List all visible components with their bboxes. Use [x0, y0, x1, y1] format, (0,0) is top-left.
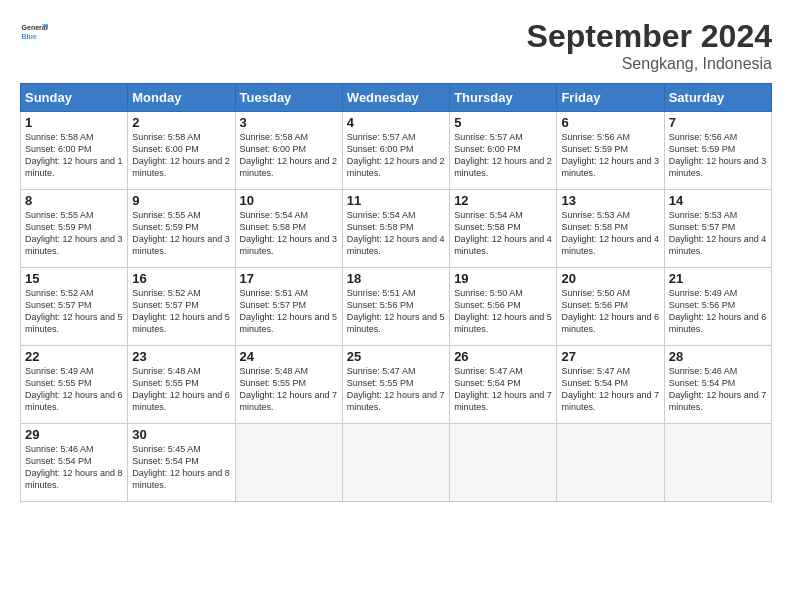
- day-number: 15: [25, 271, 123, 286]
- day-number: 6: [561, 115, 659, 130]
- day-number: 24: [240, 349, 338, 364]
- day-number: 29: [25, 427, 123, 442]
- day-number: 17: [240, 271, 338, 286]
- day-number: 5: [454, 115, 552, 130]
- day-info: Sunrise: 5:57 AMSunset: 6:00 PMDaylight:…: [347, 131, 445, 180]
- day-number: 20: [561, 271, 659, 286]
- svg-rect-0: [20, 18, 48, 46]
- calendar-cell: 28 Sunrise: 5:46 AMSunset: 5:54 PMDaylig…: [664, 346, 771, 424]
- calendar-table: Sunday Monday Tuesday Wednesday Thursday…: [20, 83, 772, 502]
- day-number: 11: [347, 193, 445, 208]
- title-block: September 2024 Sengkang, Indonesia: [527, 18, 772, 73]
- calendar-cell: 17 Sunrise: 5:51 AMSunset: 5:57 PMDaylig…: [235, 268, 342, 346]
- calendar-cell: 3 Sunrise: 5:58 AMSunset: 6:00 PMDayligh…: [235, 112, 342, 190]
- day-info: Sunrise: 5:52 AMSunset: 5:57 PMDaylight:…: [132, 287, 230, 336]
- day-number: 28: [669, 349, 767, 364]
- day-info: Sunrise: 5:46 AMSunset: 5:54 PMDaylight:…: [669, 365, 767, 414]
- logo-icon: General Blue: [20, 18, 48, 46]
- calendar-cell: 7 Sunrise: 5:56 AMSunset: 5:59 PMDayligh…: [664, 112, 771, 190]
- day-number: 8: [25, 193, 123, 208]
- calendar-cell: 22 Sunrise: 5:49 AMSunset: 5:55 PMDaylig…: [21, 346, 128, 424]
- day-info: Sunrise: 5:54 AMSunset: 5:58 PMDaylight:…: [347, 209, 445, 258]
- day-number: 9: [132, 193, 230, 208]
- calendar-cell: 9 Sunrise: 5:55 AMSunset: 5:59 PMDayligh…: [128, 190, 235, 268]
- day-number: 14: [669, 193, 767, 208]
- calendar-cell: [450, 424, 557, 502]
- day-number: 22: [25, 349, 123, 364]
- day-info: Sunrise: 5:56 AMSunset: 5:59 PMDaylight:…: [561, 131, 659, 180]
- day-number: 4: [347, 115, 445, 130]
- calendar-cell: 18 Sunrise: 5:51 AMSunset: 5:56 PMDaylig…: [342, 268, 449, 346]
- day-info: Sunrise: 5:58 AMSunset: 6:00 PMDaylight:…: [25, 131, 123, 180]
- calendar-cell: 30 Sunrise: 5:45 AMSunset: 5:54 PMDaylig…: [128, 424, 235, 502]
- day-info: Sunrise: 5:45 AMSunset: 5:54 PMDaylight:…: [132, 443, 230, 492]
- col-wednesday: Wednesday: [342, 84, 449, 112]
- calendar-cell: 14 Sunrise: 5:53 AMSunset: 5:57 PMDaylig…: [664, 190, 771, 268]
- day-info: Sunrise: 5:58 AMSunset: 6:00 PMDaylight:…: [132, 131, 230, 180]
- calendar-week-4: 22 Sunrise: 5:49 AMSunset: 5:55 PMDaylig…: [21, 346, 772, 424]
- day-info: Sunrise: 5:50 AMSunset: 5:56 PMDaylight:…: [561, 287, 659, 336]
- calendar-cell: 20 Sunrise: 5:50 AMSunset: 5:56 PMDaylig…: [557, 268, 664, 346]
- day-info: Sunrise: 5:48 AMSunset: 5:55 PMDaylight:…: [132, 365, 230, 414]
- calendar-cell: [557, 424, 664, 502]
- day-info: Sunrise: 5:49 AMSunset: 5:56 PMDaylight:…: [669, 287, 767, 336]
- day-number: 1: [25, 115, 123, 130]
- day-info: Sunrise: 5:53 AMSunset: 5:57 PMDaylight:…: [669, 209, 767, 258]
- page-container: General Blue September 2024 Sengkang, In…: [0, 0, 792, 512]
- day-info: Sunrise: 5:47 AMSunset: 5:54 PMDaylight:…: [454, 365, 552, 414]
- day-number: 19: [454, 271, 552, 286]
- calendar-cell: 24 Sunrise: 5:48 AMSunset: 5:55 PMDaylig…: [235, 346, 342, 424]
- day-info: Sunrise: 5:56 AMSunset: 5:59 PMDaylight:…: [669, 131, 767, 180]
- day-number: 12: [454, 193, 552, 208]
- day-number: 2: [132, 115, 230, 130]
- month-title: September 2024: [527, 18, 772, 55]
- header-row: Sunday Monday Tuesday Wednesday Thursday…: [21, 84, 772, 112]
- calendar-cell: 6 Sunrise: 5:56 AMSunset: 5:59 PMDayligh…: [557, 112, 664, 190]
- day-number: 7: [669, 115, 767, 130]
- calendar-cell: 29 Sunrise: 5:46 AMSunset: 5:54 PMDaylig…: [21, 424, 128, 502]
- calendar-cell: 16 Sunrise: 5:52 AMSunset: 5:57 PMDaylig…: [128, 268, 235, 346]
- day-info: Sunrise: 5:58 AMSunset: 6:00 PMDaylight:…: [240, 131, 338, 180]
- calendar-cell: 8 Sunrise: 5:55 AMSunset: 5:59 PMDayligh…: [21, 190, 128, 268]
- day-number: 18: [347, 271, 445, 286]
- calendar-week-3: 15 Sunrise: 5:52 AMSunset: 5:57 PMDaylig…: [21, 268, 772, 346]
- day-number: 10: [240, 193, 338, 208]
- svg-text:Blue: Blue: [22, 33, 37, 40]
- header: General Blue September 2024 Sengkang, In…: [20, 18, 772, 73]
- calendar-week-2: 8 Sunrise: 5:55 AMSunset: 5:59 PMDayligh…: [21, 190, 772, 268]
- col-monday: Monday: [128, 84, 235, 112]
- day-info: Sunrise: 5:52 AMSunset: 5:57 PMDaylight:…: [25, 287, 123, 336]
- day-info: Sunrise: 5:47 AMSunset: 5:55 PMDaylight:…: [347, 365, 445, 414]
- day-info: Sunrise: 5:55 AMSunset: 5:59 PMDaylight:…: [25, 209, 123, 258]
- calendar-week-5: 29 Sunrise: 5:46 AMSunset: 5:54 PMDaylig…: [21, 424, 772, 502]
- calendar-cell: [664, 424, 771, 502]
- calendar-cell: 21 Sunrise: 5:49 AMSunset: 5:56 PMDaylig…: [664, 268, 771, 346]
- calendar-cell: 10 Sunrise: 5:54 AMSunset: 5:58 PMDaylig…: [235, 190, 342, 268]
- col-sunday: Sunday: [21, 84, 128, 112]
- day-info: Sunrise: 5:53 AMSunset: 5:58 PMDaylight:…: [561, 209, 659, 258]
- calendar-cell: 1 Sunrise: 5:58 AMSunset: 6:00 PMDayligh…: [21, 112, 128, 190]
- day-info: Sunrise: 5:49 AMSunset: 5:55 PMDaylight:…: [25, 365, 123, 414]
- calendar-cell: 19 Sunrise: 5:50 AMSunset: 5:56 PMDaylig…: [450, 268, 557, 346]
- day-number: 21: [669, 271, 767, 286]
- day-number: 25: [347, 349, 445, 364]
- col-thursday: Thursday: [450, 84, 557, 112]
- calendar-cell: 5 Sunrise: 5:57 AMSunset: 6:00 PMDayligh…: [450, 112, 557, 190]
- day-number: 3: [240, 115, 338, 130]
- day-info: Sunrise: 5:54 AMSunset: 5:58 PMDaylight:…: [454, 209, 552, 258]
- col-friday: Friday: [557, 84, 664, 112]
- calendar-cell: 2 Sunrise: 5:58 AMSunset: 6:00 PMDayligh…: [128, 112, 235, 190]
- location: Sengkang, Indonesia: [527, 55, 772, 73]
- day-number: 23: [132, 349, 230, 364]
- calendar-cell: 4 Sunrise: 5:57 AMSunset: 6:00 PMDayligh…: [342, 112, 449, 190]
- day-number: 27: [561, 349, 659, 364]
- calendar-cell: 26 Sunrise: 5:47 AMSunset: 5:54 PMDaylig…: [450, 346, 557, 424]
- day-info: Sunrise: 5:51 AMSunset: 5:57 PMDaylight:…: [240, 287, 338, 336]
- col-saturday: Saturday: [664, 84, 771, 112]
- calendar-body: 1 Sunrise: 5:58 AMSunset: 6:00 PMDayligh…: [21, 112, 772, 502]
- calendar-week-1: 1 Sunrise: 5:58 AMSunset: 6:00 PMDayligh…: [21, 112, 772, 190]
- day-number: 16: [132, 271, 230, 286]
- calendar-cell: 25 Sunrise: 5:47 AMSunset: 5:55 PMDaylig…: [342, 346, 449, 424]
- day-info: Sunrise: 5:55 AMSunset: 5:59 PMDaylight:…: [132, 209, 230, 258]
- col-tuesday: Tuesday: [235, 84, 342, 112]
